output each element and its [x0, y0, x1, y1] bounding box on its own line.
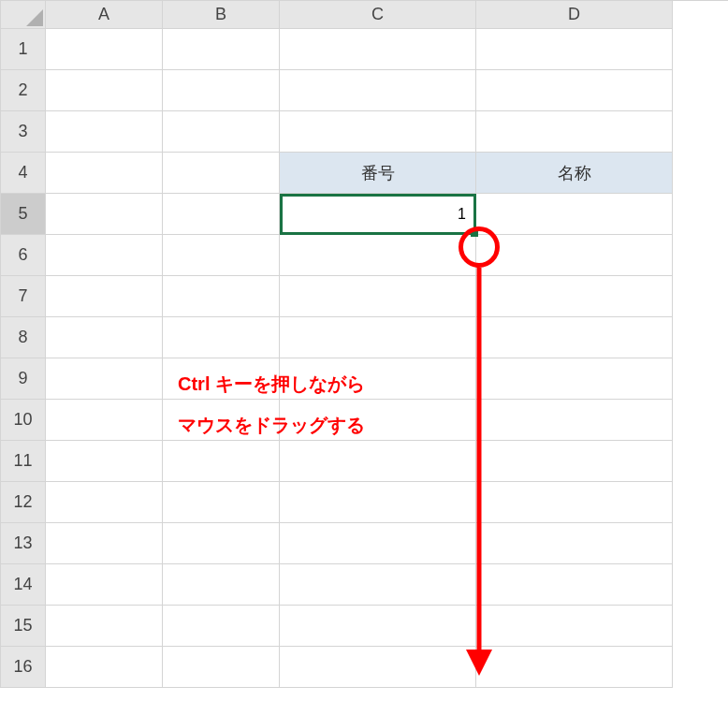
cell-a12[interactable] — [46, 482, 163, 523]
cell-d5[interactable] — [476, 194, 673, 235]
cell-d1[interactable] — [476, 29, 673, 70]
cell-b16[interactable] — [163, 647, 280, 688]
cell-c10[interactable] — [280, 400, 476, 441]
cell-b15[interactable] — [163, 606, 280, 647]
fill-handle[interactable] — [471, 229, 478, 237]
cell-d14[interactable] — [476, 564, 673, 606]
row-header-13[interactable]: 13 — [1, 523, 46, 564]
row-header-5[interactable]: 5 — [1, 194, 46, 235]
cell-a13[interactable] — [46, 523, 163, 564]
cell-c12[interactable] — [280, 482, 476, 523]
cell-d13[interactable] — [476, 523, 673, 564]
cell-c9[interactable] — [280, 358, 476, 400]
cell-b1[interactable] — [163, 29, 280, 70]
cell-a7[interactable] — [46, 276, 163, 317]
row-header-9[interactable]: 9 — [1, 358, 46, 400]
cell-b6[interactable] — [163, 235, 280, 276]
cell-d7[interactable] — [476, 276, 673, 317]
cell-c4[interactable]: 番号 — [280, 153, 476, 194]
cell-d3[interactable] — [476, 111, 673, 153]
col-header-d[interactable]: D — [476, 1, 673, 29]
cell-a2[interactable] — [46, 70, 163, 111]
row-header-14[interactable]: 14 — [1, 564, 46, 606]
row-header-2[interactable]: 2 — [1, 70, 46, 111]
cell-b8[interactable] — [163, 317, 280, 358]
spreadsheet-grid: A B C D 1 2 3 4 番号 名称 5 1 6 7 8 9 — [0, 0, 728, 688]
select-all-corner[interactable] — [1, 1, 46, 29]
cell-c16[interactable] — [280, 647, 476, 688]
row-header-6[interactable]: 6 — [1, 235, 46, 276]
cell-b4[interactable] — [163, 153, 280, 194]
cell-b12[interactable] — [163, 482, 280, 523]
col-header-c[interactable]: C — [280, 1, 476, 29]
cell-c2[interactable] — [280, 70, 476, 111]
cell-b7[interactable] — [163, 276, 280, 317]
cell-a1[interactable] — [46, 29, 163, 70]
cell-d10[interactable] — [476, 400, 673, 441]
cell-b10[interactable] — [163, 400, 280, 441]
cell-b14[interactable] — [163, 564, 280, 606]
cell-c5[interactable]: 1 — [280, 194, 476, 235]
cell-c5-value: 1 — [458, 206, 466, 223]
row-header-1[interactable]: 1 — [1, 29, 46, 70]
row-header-7[interactable]: 7 — [1, 276, 46, 317]
cell-d8[interactable] — [476, 317, 673, 358]
cell-d4[interactable]: 名称 — [476, 153, 673, 194]
row-header-10[interactable]: 10 — [1, 400, 46, 441]
cell-c11[interactable] — [280, 441, 476, 482]
cell-b5[interactable] — [163, 194, 280, 235]
cell-a3[interactable] — [46, 111, 163, 153]
cell-d16[interactable] — [476, 647, 673, 688]
cell-d6[interactable] — [476, 235, 673, 276]
col-header-a[interactable]: A — [46, 1, 163, 29]
cell-c13[interactable] — [280, 523, 476, 564]
row-header-4[interactable]: 4 — [1, 153, 46, 194]
cell-c3[interactable] — [280, 111, 476, 153]
cell-d11[interactable] — [476, 441, 673, 482]
cell-d9[interactable] — [476, 358, 673, 400]
cell-c6[interactable] — [280, 235, 476, 276]
row-header-11[interactable]: 11 — [1, 441, 46, 482]
col-header-b[interactable]: B — [163, 1, 280, 29]
row-header-12[interactable]: 12 — [1, 482, 46, 523]
cell-d15[interactable] — [476, 606, 673, 647]
cell-c1[interactable] — [280, 29, 476, 70]
cell-a5[interactable] — [46, 194, 163, 235]
cell-c15[interactable] — [280, 606, 476, 647]
cell-a11[interactable] — [46, 441, 163, 482]
cell-b2[interactable] — [163, 70, 280, 111]
cell-d12[interactable] — [476, 482, 673, 523]
row-header-15[interactable]: 15 — [1, 606, 46, 647]
cell-a4[interactable] — [46, 153, 163, 194]
cell-b11[interactable] — [163, 441, 280, 482]
cell-a14[interactable] — [46, 564, 163, 606]
cell-c14[interactable] — [280, 564, 476, 606]
cell-a16[interactable] — [46, 647, 163, 688]
cell-a10[interactable] — [46, 400, 163, 441]
cell-b13[interactable] — [163, 523, 280, 564]
cell-c7[interactable] — [280, 276, 476, 317]
cell-a8[interactable] — [46, 317, 163, 358]
cell-a15[interactable] — [46, 606, 163, 647]
cell-b3[interactable] — [163, 111, 280, 153]
cell-c8[interactable] — [280, 317, 476, 358]
cell-d2[interactable] — [476, 70, 673, 111]
cell-b9[interactable] — [163, 358, 280, 400]
row-header-8[interactable]: 8 — [1, 317, 46, 358]
cell-a9[interactable] — [46, 358, 163, 400]
row-header-16[interactable]: 16 — [1, 647, 46, 688]
row-header-3[interactable]: 3 — [1, 111, 46, 153]
cell-a6[interactable] — [46, 235, 163, 276]
